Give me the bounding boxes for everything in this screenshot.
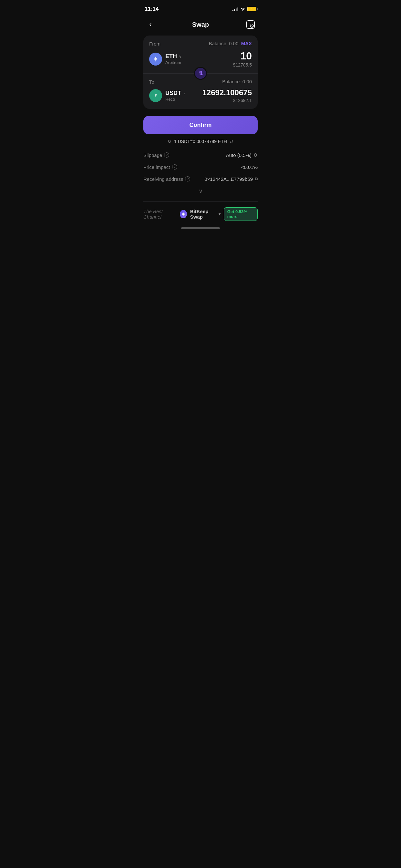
header: ‹ Swap [137, 16, 264, 35]
from-token-chain: Arbitrum [165, 60, 182, 65]
slippage-label-text: Slippage [143, 152, 162, 158]
from-amount: 10 [233, 51, 252, 62]
confirm-section: Confirm [137, 109, 264, 134]
from-label: From [149, 41, 160, 46]
slippage-settings-icon[interactable]: ⚙ [253, 152, 258, 158]
swap-arrows-icon: ⇅ [198, 70, 203, 76]
to-token-chain: Heco [165, 97, 186, 102]
receiving-address-label: Receiving address ? [143, 176, 190, 182]
slippage-value-text: Auto (0.5%) [226, 152, 251, 158]
price-impact-row: Price impact ? <0.01% [143, 161, 258, 173]
to-token-amount-section: 12692.100675 $12692.1 [203, 89, 252, 103]
price-impact-label: Price impact ? [143, 164, 177, 170]
receiving-address-label-text: Receiving address [143, 176, 183, 182]
external-link-icon[interactable]: ⧉ [255, 176, 258, 182]
max-button[interactable]: MAX [241, 41, 252, 46]
home-indicator [137, 221, 264, 232]
price-impact-info-icon[interactable]: ? [172, 164, 177, 169]
refresh-icon[interactable]: ↻ [167, 139, 172, 144]
to-token-name-row: USDT ∨ [165, 90, 186, 97]
from-token-selector[interactable]: ETH ∨ Arbitrum [149, 53, 182, 66]
from-token-name-row: ETH ∨ [165, 53, 182, 60]
swap-direction-button[interactable]: ⇅ [194, 67, 207, 80]
best-channel-label: The Best Channel [143, 209, 177, 220]
price-impact-value-text: <0.01% [241, 164, 258, 170]
from-token-chevron: ∨ [179, 54, 182, 59]
best-channel-section: The Best Channel BitKeep Swap ▾ Get 0.53… [137, 202, 264, 221]
battery-icon: ⚡ [247, 7, 256, 11]
back-arrow-icon: ‹ [149, 20, 151, 29]
from-balance: Balance: 0.00 MAX [209, 41, 252, 46]
receiving-address-info-icon[interactable]: ? [185, 176, 190, 182]
slippage-label: Slippage ? [143, 152, 169, 158]
bitkeep-channel-name[interactable]: BitKeep Swap ▾ [190, 209, 220, 220]
history-button[interactable] [245, 19, 256, 30]
home-indicator-bar [181, 227, 220, 229]
get-more-badge: Get 0.53% more [224, 207, 258, 221]
from-token-name: ETH [165, 53, 177, 60]
slippage-info-icon[interactable]: ? [164, 152, 169, 158]
price-impact-label-text: Price impact [143, 164, 170, 170]
bitkeep-logo [180, 210, 187, 218]
receiving-address-value: 0×12442A...E7799b59 ⧉ [204, 176, 258, 182]
from-token-amount-section: 10 $12705.5 [233, 51, 252, 67]
expand-chevron-icon: ∨ [198, 188, 203, 195]
slippage-row: Slippage ? Auto (0.5%) ⚙ [143, 149, 258, 161]
svg-text:₮: ₮ [155, 94, 157, 97]
slippage-value: Auto (0.5%) ⚙ [226, 152, 258, 158]
eth-logo [149, 53, 162, 66]
to-amount: 12692.100675 [203, 89, 252, 97]
bitkeep-name-text: BitKeep Swap [190, 209, 217, 220]
to-token-chevron: ∨ [183, 91, 186, 95]
details-section: Slippage ? Auto (0.5%) ⚙ Price impact ? … [137, 144, 264, 196]
usdt-logo: ₮ [149, 89, 162, 102]
to-balance: Balance: 0.00 [222, 79, 252, 85]
swap-card: From Balance: 0.00 MAX ETH ∨ Arbitrum [143, 35, 258, 109]
rate-swap-icon[interactable]: ⇄ [229, 139, 234, 144]
expand-details-button[interactable]: ∨ [143, 185, 258, 196]
to-token-row: ₮ USDT ∨ Heco 12692.100675 $12692.1 [149, 89, 252, 103]
status-icons: ⚡ [233, 7, 256, 11]
svg-point-6 [183, 213, 184, 215]
to-token-info: USDT ∨ Heco [165, 90, 186, 102]
channel-dropdown-icon: ▾ [219, 212, 220, 216]
status-time: 11:14 [145, 6, 158, 12]
receiving-address-row: Receiving address ? 0×12442A...E7799b59 … [143, 173, 258, 185]
confirm-button[interactable]: Confirm [143, 116, 258, 134]
price-impact-value: <0.01% [241, 164, 258, 170]
signal-icon [233, 7, 238, 11]
from-header-row: From Balance: 0.00 MAX [149, 41, 252, 46]
rate-row: ↻ 1 USDT=0.00078789 ETH ⇄ [137, 134, 264, 144]
from-token-info: ETH ∨ Arbitrum [165, 53, 182, 65]
page-title: Swap [192, 21, 209, 28]
receiving-address-text: 0×12442A...E7799b59 [204, 176, 253, 182]
from-usd-value: $12705.5 [233, 62, 252, 67]
back-button[interactable]: ‹ [145, 19, 156, 30]
from-token-row: ETH ∨ Arbitrum 10 $12705.5 [149, 51, 252, 67]
to-token-name: USDT [165, 90, 181, 97]
to-label: To [149, 79, 154, 85]
rate-text: 1 USDT=0.00078789 ETH [174, 139, 227, 144]
wifi-icon [240, 7, 245, 11]
to-token-selector[interactable]: ₮ USDT ∨ Heco [149, 89, 186, 102]
status-bar: 11:14 ⚡ [137, 0, 264, 16]
history-icon [246, 20, 255, 29]
to-usd-value: $12692.1 [203, 98, 252, 103]
